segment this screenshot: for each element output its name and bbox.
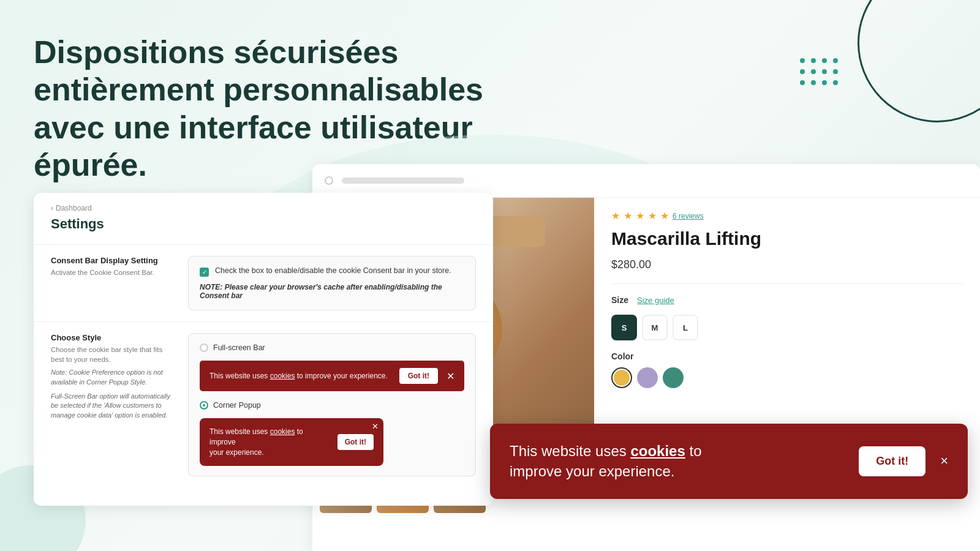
- product-name: Mascarilla Lifting: [611, 228, 963, 250]
- cookie-gotit-button[interactable]: Got it!: [859, 446, 925, 476]
- corner-label: Corner Popup: [213, 401, 261, 410]
- consent-section-desc: Activate the Cookie Consent Bar.: [51, 268, 173, 277]
- settings-title: Settings: [34, 215, 493, 244]
- style-box: Full-screen Bar This website uses cookie…: [188, 333, 476, 476]
- reviews-link[interactable]: 6 reviews: [673, 212, 704, 220]
- fbar-close-icon[interactable]: ✕: [447, 370, 454, 382]
- fullscreen-label: Full-screen Bar: [213, 343, 265, 352]
- breadcrumb[interactable]: ‹ Dashboard: [34, 193, 493, 215]
- topbar-circle: [325, 176, 333, 185]
- corner-radio-row: Corner Popup: [200, 401, 464, 410]
- consent-content: Check the box to enable/disable the cook…: [188, 256, 476, 310]
- size-btn-m[interactable]: M: [642, 315, 668, 340]
- fullscreen-bar-preview: This website uses cookies to improve you…: [200, 361, 464, 391]
- style-section-title: Choose Style: [51, 333, 173, 342]
- cpopup-gotit-button[interactable]: Got it!: [337, 434, 374, 450]
- settings-panel: ‹ Dashboard Settings Consent Bar Display…: [34, 193, 493, 506]
- product-divider: [611, 283, 963, 284]
- size-btn-l[interactable]: L: [673, 315, 698, 340]
- topbar-bar: [342, 178, 464, 184]
- style-content: Full-screen Bar This website uses cookie…: [188, 333, 476, 476]
- size-label: Size: [611, 295, 628, 305]
- cookie-link: cookies: [630, 443, 685, 459]
- color-swatch-purple[interactable]: [637, 367, 658, 388]
- style-label-col: Choose Style Choose the cookie bar style…: [51, 333, 173, 476]
- style-note2: Full-Screen Bar option will automaticall…: [51, 392, 173, 420]
- breadcrumb-icon: ‹: [51, 204, 53, 212]
- consent-label-col: Consent Bar Display Setting Activate the…: [51, 256, 173, 310]
- size-guide-link[interactable]: Size guide: [637, 296, 674, 305]
- star-3: ★: [636, 210, 644, 222]
- fbar-link: cookies: [270, 372, 295, 380]
- product-stars: ★ ★ ★ ★ ★ 6 reviews: [611, 210, 963, 222]
- color-options: [611, 367, 963, 388]
- style-section: Choose Style Choose the cookie bar style…: [34, 321, 493, 487]
- star-5: ★: [660, 210, 669, 222]
- style-note1: Note: Cookie Preference option is not av…: [51, 368, 173, 387]
- color-swatch-yellow[interactable]: [611, 367, 632, 388]
- dots-grid: [800, 58, 839, 86]
- consent-check-row: Check the box to enable/disable the cook…: [200, 266, 464, 277]
- corner-popup-preview: This website uses cookies to improveyour…: [200, 418, 383, 466]
- size-btn-s[interactable]: S: [611, 315, 637, 340]
- consent-section-title: Consent Bar Display Setting: [51, 256, 173, 265]
- fullscreen-radio-row: Full-screen Bar: [200, 343, 464, 352]
- fbar-gotit-button[interactable]: Got it!: [399, 368, 438, 384]
- cookie-banner: This website uses cookies toimprove your…: [490, 424, 968, 499]
- color-swatch-teal[interactable]: [663, 367, 684, 388]
- cpopup-text: This website uses cookies to improveyour…: [209, 427, 331, 457]
- star-2: ★: [624, 210, 632, 222]
- cookie-close-button[interactable]: ×: [940, 454, 948, 468]
- cpopup-close-icon[interactable]: ✕: [372, 422, 379, 431]
- star-4: ★: [648, 210, 657, 222]
- consent-check-text: Check the box to enable/disable the cook…: [215, 266, 451, 275]
- breadcrumb-label: Dashboard: [56, 204, 92, 212]
- consent-section: Consent Bar Display Setting Activate the…: [34, 244, 493, 321]
- consent-box: Check the box to enable/disable the cook…: [188, 256, 476, 310]
- cpopup-link: cookies: [270, 427, 295, 436]
- corner-radio[interactable]: [200, 401, 208, 410]
- size-options: S M L: [611, 315, 963, 340]
- fbar-text: This website uses cookies to improve you…: [209, 372, 393, 380]
- consent-note: NOTE: Please clear your browser's cache …: [200, 283, 464, 300]
- size-row: Size Size guide: [611, 295, 963, 305]
- star-1: ★: [611, 210, 620, 222]
- color-label: Color: [611, 351, 963, 361]
- style-section-desc: Choose the cookie bar style that fits be…: [51, 345, 173, 364]
- cookie-banner-text: This website uses cookies toimprove your…: [510, 441, 844, 482]
- product-price: $280.00: [611, 258, 963, 271]
- consent-checkbox[interactable]: [200, 268, 209, 277]
- fullscreen-radio[interactable]: [200, 343, 208, 352]
